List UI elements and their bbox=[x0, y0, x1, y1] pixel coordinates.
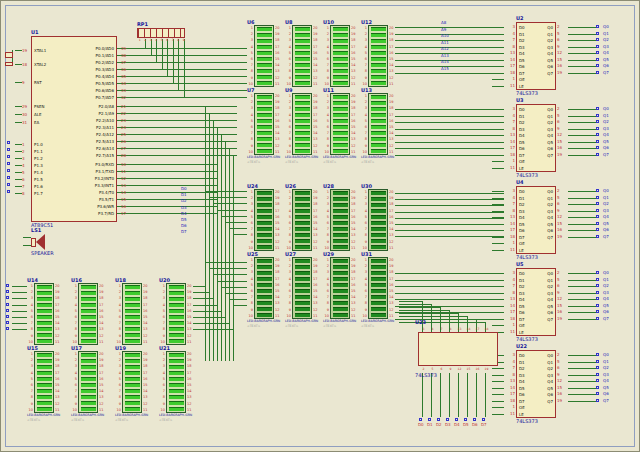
mcu-pin-p2-6-a14[interactable]: 27P2.6/A14 bbox=[66, 145, 114, 152]
net-label: Q2 bbox=[603, 120, 609, 124]
wire bbox=[492, 312, 504, 313]
pin-numbers-right: 20191817161514131211 bbox=[350, 25, 357, 87]
mcu-pin-xtal2[interactable]: 18XTAL2 bbox=[34, 61, 46, 68]
pin-number: 10 bbox=[285, 245, 292, 251]
mcu-pin-ale[interactable]: 30ALE bbox=[34, 111, 42, 118]
latch-u5[interactable]: U5347813141718111D0Q0D1Q1D2Q2D3Q3D4Q4D5Q… bbox=[504, 261, 604, 343]
mcu-pin-p3-3-int1[interactable]: 13P3.3/INT1 bbox=[66, 182, 114, 189]
mcu-pin-p2-4-a12[interactable]: 25P2.4/A12 bbox=[66, 131, 114, 138]
bargraph-u9[interactable]: U91234567891020191817161514131211 bbox=[285, 87, 319, 155]
mcu-pin-p1-2[interactable]: 3P1.2 bbox=[34, 155, 43, 162]
mcu-u1[interactable]: U1 19XTAL118XTAL29RST29PSEN30ALE31EA1P1.… bbox=[31, 29, 117, 229]
latch-body: D0Q0D1Q1D2Q2D3Q3D4Q4D5Q5D6Q6D7Q7OELE bbox=[516, 104, 556, 172]
bargraph-u27[interactable]: U271234567891020191817161514131211 bbox=[285, 251, 319, 319]
led-segment bbox=[257, 209, 272, 213]
mcu-pin-p2-3-a11[interactable]: 24P2.3/A11 bbox=[66, 124, 114, 131]
bargraph-u21[interactable]: U211234567891020191817161514131211 bbox=[159, 345, 193, 413]
latch-u2[interactable]: U2347813141718111D0Q0D1Q1D2Q2D3Q3D4Q4D5Q… bbox=[504, 15, 604, 97]
bargraph-u16[interactable]: U161234567891020191817161514131211 bbox=[71, 277, 105, 345]
bargraph-u31[interactable]: U311234567891020191817161514131211 bbox=[361, 251, 395, 319]
mcu-pin-p0-4-ad4[interactable]: 35P0.4/AD4 bbox=[66, 73, 114, 80]
bargraph-u19[interactable]: U191234567891020191817161514131211 bbox=[115, 345, 149, 413]
mcu-pin-p0-7-ad7[interactable]: 32P0.7/AD7 bbox=[66, 94, 114, 101]
net-label: D4 bbox=[454, 423, 460, 427]
terminal-marker bbox=[7, 155, 10, 158]
led-segment bbox=[333, 227, 348, 231]
bargraph-u28[interactable]: U281234567891020191817161514131211 bbox=[323, 183, 357, 251]
crystal[interactable] bbox=[5, 52, 13, 58]
mcu-pin-p0-5-ad5[interactable]: 34P0.5/AD5 bbox=[66, 80, 114, 87]
bargraph-u14[interactable]: U141234567891020191817161514131211 bbox=[27, 277, 61, 345]
mcu-pin-p3-6-wr[interactable]: 16P3.6/WR bbox=[66, 203, 114, 210]
terminal-marker bbox=[596, 297, 599, 300]
mcu-pin-p1-6[interactable]: 7P1.6 bbox=[34, 183, 43, 190]
bargraph-u10[interactable]: U101234567891020191817161514131211 bbox=[323, 19, 357, 87]
bargraph-u8[interactable]: U81234567891020191817161514131211 bbox=[285, 19, 319, 87]
pin-numbers-right: 20191817161514131211 bbox=[312, 25, 319, 87]
mcu-pin-p0-6-ad6[interactable]: 33P0.6/AD6 bbox=[66, 87, 114, 94]
mcu-pin-p2-2-a10[interactable]: 23P2.2/A10 bbox=[66, 117, 114, 124]
mcu-pin-p1-1[interactable]: 2P1.1 bbox=[34, 148, 43, 155]
mcu-pin-p2-1-a9[interactable]: 22P2.1/A9 bbox=[66, 110, 114, 117]
bargraph-u25[interactable]: U251234567891020191817161514131211 bbox=[247, 251, 281, 319]
bargraph-u12[interactable]: U121234567891020191817161514131211 bbox=[361, 19, 395, 87]
mcu-pin-psen[interactable]: 29PSEN bbox=[34, 103, 44, 110]
capacitor[interactable] bbox=[5, 62, 13, 66]
bargraph-u24[interactable]: U241234567891020191817161514131211 bbox=[247, 183, 281, 251]
pin-name: P3.6/WR bbox=[97, 204, 114, 209]
latch-u3[interactable]: U3347813141718111D0Q0D1Q1D2Q2D3Q3D4Q4D5Q… bbox=[504, 97, 604, 179]
latch-u22[interactable]: U22347813141718111D0Q0D1Q1D2Q2D3Q3D4Q4D5… bbox=[504, 343, 604, 425]
mcu-pin-p0-1-ad1[interactable]: 38P0.1/AD1 bbox=[66, 52, 114, 59]
terminal-marker bbox=[596, 271, 599, 274]
respack-rp1[interactable]: RP1 123456789 bbox=[137, 21, 193, 43]
mcu-pin-ea[interactable]: 31EA bbox=[34, 119, 39, 126]
led-segment bbox=[257, 51, 272, 55]
mcu-pin-p3-5-t1[interactable]: 15P3.5/T1 bbox=[66, 196, 114, 203]
latch-u4[interactable]: U4347813141718111D0Q0D1Q1D2Q2D3Q3D4Q4D5Q… bbox=[504, 179, 604, 261]
bargraph-u29[interactable]: U291234567891020191817161514131211 bbox=[323, 251, 357, 319]
led-segment bbox=[125, 333, 140, 337]
pin-name: P3.7/RD bbox=[98, 211, 114, 216]
mcu-pin-p0-3-ad3[interactable]: 36P0.3/AD3 bbox=[66, 66, 114, 73]
led-segment bbox=[333, 143, 348, 147]
net-label: D3 bbox=[181, 206, 187, 210]
led-segment bbox=[81, 383, 96, 387]
mcu-pin-p3-4-t0[interactable]: 14P3.4/T0 bbox=[66, 189, 114, 196]
bargraph-u15[interactable]: U151234567891020191817161514131211 bbox=[27, 345, 61, 413]
bargraph-u6[interactable]: U61234567891020191817161514131211 bbox=[247, 19, 281, 87]
mcu-pin-p1-3[interactable]: 4P1.3 bbox=[34, 162, 43, 169]
mcu-pin-p1-7[interactable]: 8P1.7 bbox=[34, 190, 43, 197]
net-label: D2 bbox=[436, 423, 442, 427]
bargraph-u18[interactable]: U181234567891020191817161514131211 bbox=[115, 277, 149, 345]
led-segment bbox=[295, 39, 310, 43]
mcu-pin-p0-2-ad2[interactable]: 37P0.2/AD2 bbox=[66, 59, 114, 66]
wire bbox=[492, 109, 504, 110]
bargraph-u11[interactable]: U111234567891020191817161514131211 bbox=[323, 87, 357, 155]
net-label: Q6 bbox=[603, 392, 609, 396]
mcu-pin-p3-2-int0[interactable]: 12P3.2/INT0 bbox=[66, 175, 114, 182]
bargraph-u7[interactable]: U71234567891020191817161514131211 bbox=[247, 87, 281, 155]
bargraph-u17[interactable]: U171234567891020191817161514131211 bbox=[71, 345, 105, 413]
mcu-pin-p1-5[interactable]: 6P1.5 bbox=[34, 176, 43, 183]
mcu-pin-p1-4[interactable]: 5P1.4 bbox=[34, 169, 43, 176]
bargraph-u13[interactable]: U131234567891020191817161514131211 bbox=[361, 87, 395, 155]
led-segment bbox=[295, 57, 310, 61]
mcu-pin-p1-0[interactable]: 1P1.0 bbox=[34, 141, 43, 148]
mcu-pin-rst[interactable]: 9RST bbox=[34, 79, 42, 86]
mcu-pin-p3-0-rxd[interactable]: 10P3.0/RXD bbox=[66, 161, 114, 168]
pin-name: P2.5/A13 bbox=[96, 139, 114, 144]
component-part: 74LS373 bbox=[415, 372, 501, 379]
bargraph-u26[interactable]: U261234567891020191817161514131211 bbox=[285, 183, 319, 251]
mcu-pin-p2-5-a13[interactable]: 26P2.5/A13 bbox=[66, 138, 114, 145]
mcu-pin-p0-0-ad0[interactable]: 39P0.0/AD0 bbox=[66, 45, 114, 52]
mcu-pin-p3-1-txd[interactable]: 11P3.1/TXD bbox=[66, 168, 114, 175]
mcu-pin-p2-0-a8[interactable]: 21P2.0/A8 bbox=[66, 103, 114, 110]
mcu-pin-p2-7-a15[interactable]: 28P2.7/A15 bbox=[66, 152, 114, 159]
speaker-ls1[interactable]: LS1 SPEAKER bbox=[31, 227, 71, 257]
mcu-pin-p3-7-rd[interactable]: 17P3.7/RD bbox=[66, 210, 114, 217]
pin-number: 11 bbox=[142, 407, 149, 413]
latch-u23[interactable]: U23 347813141718 256912151619 74LS373 bbox=[415, 319, 501, 379]
mcu-pin-xtal1[interactable]: 19XTAL1 bbox=[34, 47, 46, 54]
bargraph-u20[interactable]: U201234567891020191817161514131211 bbox=[159, 277, 193, 345]
bargraph-u30[interactable]: U301234567891020191817161514131211 bbox=[361, 183, 395, 251]
